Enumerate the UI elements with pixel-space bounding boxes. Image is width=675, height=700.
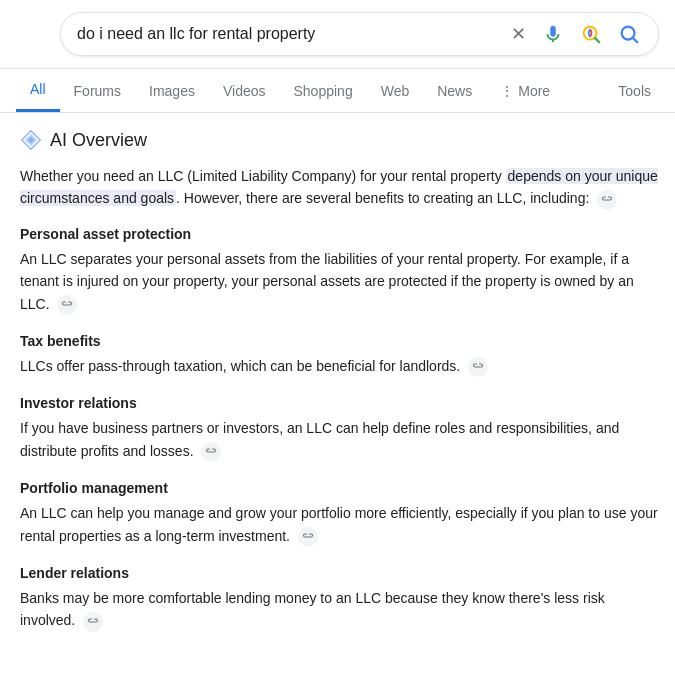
section-title-lender-relations: Lender relations xyxy=(20,565,659,581)
mic-button[interactable] xyxy=(540,21,566,47)
citation-link-3[interactable] xyxy=(298,527,318,547)
link-icon xyxy=(205,446,217,458)
main-content: AI Overview Whether you need an LLC (Lim… xyxy=(0,113,675,666)
section-title-tax-benefits: Tax benefits xyxy=(20,333,659,349)
link-icon xyxy=(472,361,484,373)
intro-citation-link[interactable] xyxy=(597,190,617,210)
link-icon xyxy=(601,194,613,206)
lens-button[interactable] xyxy=(578,21,604,47)
citation-link-2[interactable] xyxy=(201,442,221,462)
clear-button[interactable]: ✕ xyxy=(509,21,528,47)
citation-link-0[interactable] xyxy=(57,295,77,315)
search-bar: ✕ xyxy=(0,0,675,69)
link-icon xyxy=(87,616,99,628)
section-portfolio-management: Portfolio management An LLC can help you… xyxy=(20,480,659,547)
section-body-tax-benefits: LLCs offer pass-through taxation, which … xyxy=(20,355,659,377)
section-title-portfolio-management: Portfolio management xyxy=(20,480,659,496)
tab-forums[interactable]: Forums xyxy=(60,71,135,111)
search-icon xyxy=(618,23,640,45)
ai-overview-header: AI Overview xyxy=(20,129,659,151)
citation-link-4[interactable] xyxy=(83,612,103,632)
section-body-lender-relations: Banks may be more comfortable lending mo… xyxy=(20,587,659,632)
mic-icon xyxy=(542,23,564,45)
section-body-investor-relations: If you have business partners or investo… xyxy=(20,417,659,462)
tab-tools[interactable]: Tools xyxy=(610,71,659,111)
search-input-wrapper[interactable]: ✕ xyxy=(60,12,659,56)
section-tax-benefits: Tax benefits LLCs offer pass-through tax… xyxy=(20,333,659,377)
citation-link-1[interactable] xyxy=(468,357,488,377)
link-icon xyxy=(61,299,73,311)
tab-all[interactable]: All xyxy=(16,69,60,112)
section-personal-asset-protection: Personal asset protection An LLC separat… xyxy=(20,226,659,315)
nav-tabs: All Forums Images Videos Shopping Web Ne… xyxy=(0,69,675,113)
tab-web[interactable]: Web xyxy=(367,71,424,111)
link-icon xyxy=(302,531,314,543)
section-body-personal-asset-protection: An LLC separates your personal assets fr… xyxy=(20,248,659,315)
tab-videos[interactable]: Videos xyxy=(209,71,280,111)
section-title-investor-relations: Investor relations xyxy=(20,395,659,411)
tab-news[interactable]: News xyxy=(423,71,486,111)
ai-overview-icon xyxy=(20,129,42,151)
tab-shopping[interactable]: Shopping xyxy=(280,71,367,111)
ai-overview-title: AI Overview xyxy=(50,130,147,151)
ai-overview-intro: Whether you need an LLC (Limited Liabili… xyxy=(20,165,659,210)
tab-more[interactable]: ⋮ More xyxy=(486,71,564,111)
search-button[interactable] xyxy=(616,21,642,47)
tab-images[interactable]: Images xyxy=(135,71,209,111)
search-icons: ✕ xyxy=(509,21,642,47)
intro-before-highlight: Whether you need an LLC (Limited Liabili… xyxy=(20,168,506,184)
svg-line-3 xyxy=(633,38,637,42)
svg-line-1 xyxy=(595,38,599,42)
more-dots-icon: ⋮ xyxy=(500,83,514,99)
lens-icon xyxy=(580,23,602,45)
search-input[interactable] xyxy=(77,25,509,43)
section-investor-relations: Investor relations If you have business … xyxy=(20,395,659,462)
close-icon: ✕ xyxy=(511,23,526,45)
section-title-personal-asset-protection: Personal asset protection xyxy=(20,226,659,242)
intro-after-highlight: . However, there are several benefits to… xyxy=(176,190,589,206)
section-lender-relations: Lender relations Banks may be more comfo… xyxy=(20,565,659,632)
section-body-portfolio-management: An LLC can help you manage and grow your… xyxy=(20,502,659,547)
